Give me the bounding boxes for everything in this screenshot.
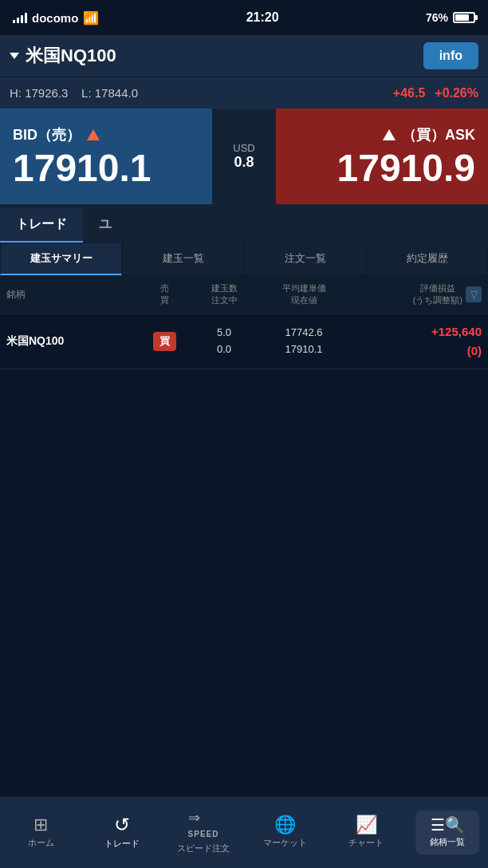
nav-item-market[interactable]: 🌐 マーケット	[253, 810, 317, 855]
nav-label-home: ホーム	[28, 837, 54, 849]
status-right: 76%	[426, 11, 475, 24]
th-symbol: 銘柄	[6, 288, 140, 302]
bid-up-arrow-icon	[87, 129, 100, 140]
status-bar: docomo 📶 21:20 76%	[0, 0, 488, 35]
symbol-list-icon: ☰🔍	[431, 817, 465, 833]
th-avg-price: 平均建単価現在値	[260, 282, 348, 307]
price-bar: H: 17926.3 L: 17844.0 +46.5 +0.26%	[0, 77, 488, 108]
nav-item-trade[interactable]: ↺ トレード	[90, 809, 154, 856]
td-position: 5.0 0.0	[188, 325, 260, 358]
speed-order-icon: ⇒SPEED	[188, 811, 219, 839]
nav-item-chart[interactable]: 📈 チャート	[334, 810, 398, 855]
trade-icon: ↺	[114, 815, 130, 834]
table-row[interactable]: 米国NQ100 買 5.0 0.0 17742.6 17910.1 +125,6…	[0, 314, 488, 369]
th-position: 建玉数注文中	[188, 282, 260, 307]
chart-icon: 📈	[356, 816, 377, 834]
section-tabs: トレード ユ	[0, 204, 488, 243]
price-change-group: +46.5 +0.26%	[393, 86, 478, 101]
status-time: 21:20	[246, 10, 279, 25]
low-label: L:	[81, 86, 92, 100]
th-buy-sell: 売買	[140, 282, 188, 307]
price-hl-group: H: 17926.3 L: 17844.0	[10, 86, 393, 100]
nav-item-speed-order[interactable]: ⇒SPEED スピード注文	[171, 804, 235, 861]
usd-spread-panel: USD 0.8	[212, 108, 276, 204]
nav-label-market: マーケット	[263, 837, 307, 849]
wifi-icon: 📶	[83, 10, 99, 26]
market-icon: 🌐	[274, 816, 296, 834]
table-header: 銘柄 売買 建玉数注文中 平均建単価現在値 評価損益(うち調整額) ▽	[0, 276, 488, 314]
ask-panel[interactable]: （買）ASK 17910.9	[276, 108, 488, 204]
bid-label-group: BID（売）	[13, 125, 199, 144]
nav-label-trade: トレード	[104, 838, 140, 850]
buy-badge: 買	[153, 332, 176, 351]
nav-label-chart: チャート	[348, 837, 384, 849]
nav-label-speed: スピード注文	[177, 842, 230, 854]
subtab-position-summary[interactable]: 建玉サマリー	[0, 243, 122, 275]
usd-label: USD	[233, 142, 254, 154]
bid-price: 17910.1	[13, 149, 199, 187]
section-tab-trade[interactable]: トレード	[0, 208, 83, 243]
dropdown-arrow-icon[interactable]	[10, 53, 19, 59]
home-icon: ⊞	[33, 816, 48, 834]
bid-ask-panel: BID（売） 17910.1 USD 0.8 （買）ASK 17910.9	[0, 108, 488, 204]
bid-label-text: BID（売）	[13, 125, 81, 144]
td-profit: +125,640 (0)	[348, 322, 482, 361]
subtab-execution-history[interactable]: 約定履歴	[366, 243, 488, 275]
ask-label-group: （買）ASK	[383, 125, 475, 144]
low-value: 17844.0	[95, 86, 138, 100]
high-value: 17926.3	[25, 86, 68, 100]
nav-item-home[interactable]: ⊞ ホーム	[9, 810, 73, 855]
ask-label-text: （買）ASK	[402, 125, 475, 144]
ask-price: 17910.9	[336, 149, 475, 187]
section-tab-other[interactable]: ユ	[83, 208, 128, 243]
subtab-order-list[interactable]: 注文一覧	[244, 243, 366, 275]
high-label: H:	[10, 86, 22, 100]
info-button[interactable]: info	[423, 42, 478, 69]
sub-tabs: 建玉サマリー 建玉一覧 注文一覧 約定履歴	[0, 243, 488, 276]
th-profit: 評価損益(うち調整額) ▽	[348, 282, 482, 307]
nav-item-symbol-list[interactable]: ☰🔍 銘柄一覧	[415, 811, 479, 854]
td-symbol: 米国NQ100	[6, 334, 140, 349]
header: 米国NQ100 info	[0, 35, 488, 77]
nav-label-symbol-list: 銘柄一覧	[430, 836, 465, 848]
bid-panel[interactable]: BID（売） 17910.1	[0, 108, 212, 204]
change-pct: +0.26%	[435, 86, 478, 101]
instrument-title: 米国NQ100	[26, 44, 116, 68]
change-value: +46.5	[393, 86, 425, 101]
signal-icon	[13, 12, 27, 23]
subtab-position-list[interactable]: 建玉一覧	[122, 243, 244, 275]
td-avg-price: 17742.6 17910.1	[260, 325, 348, 358]
empty-content-area	[0, 369, 488, 727]
battery-label: 76%	[426, 11, 448, 24]
status-left: docomo 📶	[13, 10, 99, 26]
filter-icon[interactable]: ▽	[466, 286, 482, 302]
battery-icon	[453, 12, 475, 23]
header-title-group: 米国NQ100	[10, 44, 116, 68]
ask-up-arrow-icon	[383, 129, 396, 140]
td-type: 買	[140, 332, 188, 351]
carrier-label: docomo	[32, 11, 78, 25]
bottom-nav: ⊞ ホーム ↺ トレード ⇒SPEED スピード注文 🌐 マーケット 📈 チャー…	[0, 796, 488, 868]
usd-value: 0.8	[234, 154, 254, 171]
